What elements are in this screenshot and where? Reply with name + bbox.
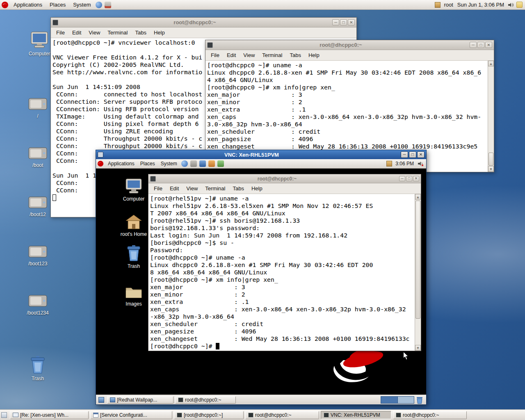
terminal-line: Password:: [150, 247, 414, 254]
panel-menu[interactable]: System: [69, 0, 94, 9]
volume-icon[interactable]: [507, 2, 514, 8]
package-icon[interactable]: [386, 161, 392, 167]
task-button-terminal-3[interactable]: root@dhcppc0:~: [393, 411, 467, 419]
close-button[interactable]: ✕: [485, 42, 492, 48]
scroll-down-icon[interactable]: ▼: [415, 345, 421, 351]
scroll-up-icon[interactable]: ▲: [415, 194, 421, 200]
maximize-button[interactable]: □: [340, 19, 347, 25]
close-button[interactable]: ✕: [417, 151, 425, 158]
clock[interactable]: Sun Jun 1, 3:06 PM: [455, 2, 506, 8]
scrollbar-thumb[interactable]: [415, 201, 420, 319]
menu-item[interactable]: Help: [150, 28, 169, 37]
desktop-icon-drive-root[interactable]: /: [25, 97, 51, 119]
show-desktop-icon[interactable]: [98, 397, 104, 403]
trash-applet-icon[interactable]: [416, 396, 423, 404]
menu-item[interactable]: View: [85, 28, 104, 37]
menu-item[interactable]: Terminal: [104, 28, 131, 37]
maximize-button[interactable]: □: [406, 176, 412, 181]
notes-icon[interactable]: [516, 2, 523, 8]
app-launcher-icon[interactable]: [190, 160, 197, 167]
close-button[interactable]: ✕: [348, 19, 355, 25]
desktop-icon-computer[interactable]: Computer: [26, 31, 52, 57]
titlebar[interactable]: VNC: Xen-RHL51PVM ─ □ ✕: [96, 150, 426, 159]
vnc-viewer-window[interactable]: VNC: Xen-RHL51PVM ─ □ ✕ ApplicationsPlac…: [96, 150, 427, 405]
task-button-mail[interactable]: [Re: [Xen-users] Wh...: [10, 411, 89, 419]
app-launcher-icon[interactable]: [105, 2, 111, 8]
maximize-button[interactable]: □: [477, 42, 484, 48]
menu-item[interactable]: File: [150, 184, 166, 193]
desktop-icon-drive-boot12[interactable]: /boot12: [25, 195, 51, 217]
remote-terminal-window[interactable]: root@dhcppc0:~ ─ □ ✕ FileEditViewTermina…: [148, 174, 421, 351]
scrollbar-thumb[interactable]: [488, 153, 493, 166]
terminal-line: xen_minor : 2: [207, 98, 486, 106]
minimize-button[interactable]: ─: [401, 151, 408, 158]
browser-launcher-icon[interactable]: [96, 2, 102, 8]
panel-menu[interactable]: Applications: [10, 0, 46, 9]
menu-item[interactable]: View: [183, 184, 201, 193]
scroll-down-icon[interactable]: ▼: [488, 166, 494, 172]
titlebar[interactable]: root@dhcppc0:~ ─ □ ✕: [51, 18, 356, 27]
panel-menu[interactable]: System: [158, 160, 180, 167]
scroll-up-icon[interactable]: ▲: [488, 61, 494, 66]
menu-item[interactable]: Terminal: [201, 184, 229, 193]
menu-item[interactable]: Tabs: [229, 184, 247, 193]
menu-item[interactable]: Edit: [166, 184, 183, 193]
titlebar[interactable]: root@dhcppc0:~ ─ □ ✕: [205, 40, 494, 50]
remote-desktop-icon-home[interactable]: root's Home: [121, 214, 146, 237]
menu-item[interactable]: View: [240, 50, 258, 60]
browser-launcher-icon[interactable]: [181, 160, 188, 167]
menu-item[interactable]: File: [207, 50, 223, 60]
terminal-output[interactable]: [root@rhel51pv ~]# uname -aLinux rhel51p…: [148, 194, 421, 351]
remote-clock[interactable]: 3:06 PM: [393, 161, 416, 167]
menu-item[interactable]: Tabs: [131, 28, 150, 37]
menu-item[interactable]: File: [52, 28, 68, 37]
terminal-prompt-line: [root@dhcppc0 ~]#: [150, 342, 414, 350]
task-button-terminal-2[interactable]: root@dhcppc0:~: [245, 411, 319, 419]
vnc-icon: [324, 413, 329, 418]
remote-desktop-icon-trash[interactable]: Trash: [121, 244, 146, 269]
task-button-vnc[interactable]: VNC: Xen-RHL51PVM: [321, 411, 391, 419]
image-icon: [110, 397, 115, 402]
minimize-button[interactable]: ─: [470, 42, 477, 48]
scrollbar[interactable]: ▲ ▼: [415, 194, 421, 351]
workspace-2[interactable]: [397, 397, 414, 403]
menu-item[interactable]: Help: [248, 184, 266, 193]
menu-item[interactable]: Help: [305, 50, 323, 60]
app-launcher-icon[interactable]: [199, 160, 206, 167]
task-button-terminal-1[interactable]: [root@dhcppc0:~]: [174, 411, 244, 419]
desktop-icon-trash[interactable]: Trash: [25, 355, 51, 381]
scrollbar[interactable]: ▲ ▼: [488, 61, 494, 172]
remote-task-button[interactable]: [Redhat Wallpap...: [107, 396, 173, 404]
panel-menu[interactable]: Places: [137, 160, 158, 167]
desktop-icon-drive-boot1234[interactable]: /boot1234: [25, 294, 51, 316]
remote-panel-menus: ApplicationsPlacesSystem: [105, 160, 180, 167]
workspace-switcher[interactable]: [381, 396, 414, 404]
menu-item[interactable]: Tabs: [286, 50, 304, 60]
menu-item[interactable]: Edit: [223, 50, 240, 60]
close-button[interactable]: ✕: [413, 176, 419, 181]
app-launcher-icon[interactable]: [208, 160, 215, 167]
minimize-button[interactable]: ─: [332, 19, 339, 25]
remote-task-button[interactable]: root@dhcppc0:~: [175, 396, 236, 404]
titlebar[interactable]: root@dhcppc0:~ ─ □ ✕: [148, 174, 421, 183]
desktop-icon-drive-boot[interactable]: /boot: [25, 146, 51, 168]
workspace-1[interactable]: [381, 397, 397, 403]
volume-icon[interactable]: [417, 160, 424, 167]
package-icon[interactable]: [435, 2, 441, 8]
desktop-icon-drive-boot123[interactable]: /boot123: [25, 244, 51, 267]
remote-desktop-icon-computer[interactable]: Computer: [121, 178, 146, 202]
menu-item[interactable]: Terminal: [258, 50, 286, 60]
remote-desktop-icon-images[interactable]: Images: [121, 285, 146, 307]
task-button-service-config[interactable]: [Service Configurati...: [90, 411, 172, 419]
user-indicator[interactable]: root: [442, 2, 455, 8]
panel-menu[interactable]: Applications: [105, 160, 137, 167]
redhat-menu-icon[interactable]: [1, 1, 9, 9]
redhat-menu-icon[interactable]: [97, 160, 104, 167]
menu-item[interactable]: Edit: [68, 28, 85, 37]
minimize-button[interactable]: ─: [399, 176, 405, 181]
maximize-button[interactable]: □: [409, 151, 416, 158]
remote-desktop[interactable]: ApplicationsPlacesSystem: [96, 159, 426, 404]
panel-menu[interactable]: Places: [46, 0, 69, 9]
window-list-handle-icon[interactable]: [1, 412, 7, 418]
app-launcher-icon[interactable]: [217, 160, 224, 167]
